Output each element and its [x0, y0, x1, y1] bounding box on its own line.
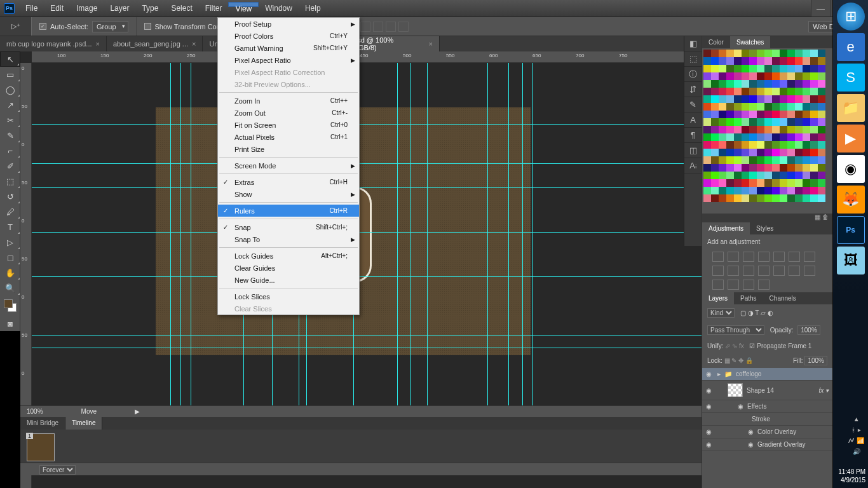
tool-7[interactable]: ✐ [0, 158, 20, 173]
panel-tab[interactable]: Paths [734, 292, 763, 304]
layer-row[interactable]: ◉◉Effects [702, 400, 832, 413]
tool-11[interactable]: T [0, 219, 20, 234]
taskbar-explorer[interactable]: 📁 [837, 94, 865, 122]
menu-file[interactable]: File [19, 2, 44, 6]
panel-tab[interactable]: Swatches [730, 36, 770, 48]
tab-close-icon[interactable]: × [428, 40, 432, 48]
ruler-horizontal[interactable]: 1001502002503003504004505005506006507007… [32, 51, 702, 63]
visibility-icon[interactable]: ◉ [706, 387, 714, 394]
visibility-icon[interactable]: ◉ [706, 441, 714, 448]
show-transform-checkbox[interactable] [144, 23, 151, 30]
swatches-panel[interactable] [702, 48, 832, 214]
menu-item[interactable]: Show▶ [218, 188, 359, 200]
menu-item[interactable]: Gamut WarningShift+Ctrl+Y [218, 42, 359, 54]
menu-item[interactable]: Proof ColorsCtrl+Y [218, 30, 359, 42]
timeline-frame[interactable] [27, 433, 55, 461]
visibility-icon[interactable]: ◉ [706, 403, 714, 410]
panel-tab[interactable]: Adjustments [702, 222, 750, 234]
panel-tab[interactable]: Layers [702, 292, 734, 304]
tab-close-icon[interactable]: × [96, 40, 100, 48]
menu-filter[interactable]: Filter [199, 2, 229, 6]
document-tab[interactable]: mb cup logo mayank .psd...× [0, 36, 107, 51]
menu-type[interactable]: Type [135, 2, 165, 6]
panel-icon[interactable]: ◧ [684, 36, 702, 51]
tool-0[interactable]: ↖ [0, 51, 20, 67]
menu-item[interactable]: Pixel Aspect Ratio▶ [218, 54, 359, 66]
menu-layer[interactable]: Layer [104, 2, 135, 6]
panel-icon[interactable]: ✎ [684, 97, 702, 112]
menu-help[interactable]: Help [299, 2, 327, 6]
taskbar-photoshop[interactable]: Ps [837, 216, 865, 244]
status-arrow-icon[interactable]: ▶ [135, 408, 140, 415]
tool-13[interactable]: ◻ [0, 250, 20, 265]
minimize-button[interactable]: — [811, 0, 830, 17]
menu-item[interactable]: Snap To▶ [218, 233, 359, 245]
menu-item[interactable]: Lock GuidesAlt+Ctrl+; [218, 250, 359, 262]
tool-5[interactable]: ✎ [0, 128, 20, 143]
menu-item[interactable]: Zoom InCtrl++ [218, 95, 359, 107]
menu-item[interactable]: Print Size [218, 143, 359, 155]
visibility-icon[interactable]: ◉ [706, 370, 714, 377]
tool-6[interactable]: ⌐ [0, 143, 20, 158]
layers-filter-row[interactable]: Kind ▢ ◑ T ▱ ◐ [702, 304, 832, 322]
collapsed-panels[interactable]: ◧ ⬚ ⓘ ⇵ ✎ A ¶ ◫ Aᵢ [684, 36, 702, 246]
tab-close-icon[interactable]: × [192, 40, 196, 48]
menu-item[interactable]: ✓RulersCtrl+R [218, 205, 359, 217]
tool-3[interactable]: ↗ [0, 97, 20, 112]
menu-item[interactable]: New Guide... [218, 274, 359, 286]
menu-item[interactable]: Proof Setup▶ [218, 18, 359, 30]
menu-item[interactable]: ✓ExtrasCtrl+H [218, 176, 359, 188]
visibility-icon[interactable]: ◉ [706, 428, 714, 435]
swatches-footer[interactable]: ▦ 🗑 [702, 214, 832, 222]
opacity-value[interactable]: 100% [797, 325, 820, 335]
tool-8[interactable]: ⬚ [0, 173, 20, 189]
layer-row[interactable]: ◉Shape 14fx ▾ [702, 381, 832, 400]
tool-preset-button[interactable]: ▷⁺ [0, 17, 32, 36]
panel-tab[interactable]: Mini Bridge [20, 417, 65, 430]
menu-select[interactable]: Select [165, 2, 198, 6]
start-button[interactable]: ⊞ [837, 3, 865, 30]
auto-select-mode[interactable]: Group [92, 21, 128, 32]
clock[interactable]: 11:48 PM4/9/2015 [838, 468, 865, 484]
document-tab[interactable]: about_sean_geng.jpg ...× [107, 36, 203, 51]
blend-mode[interactable]: Pass Through [707, 325, 764, 335]
layer-list[interactable]: ◉▸📁coffelogo◉Shape 14fx ▾◉◉EffectsStroke… [702, 368, 832, 451]
panel-icon[interactable]: A [684, 112, 702, 128]
layer-row[interactable]: ◉▸📁coffelogo [702, 368, 832, 381]
menu-item[interactable]: ✓SnapShift+Ctrl+; [218, 221, 359, 233]
taskbar-media[interactable]: ▶ [837, 125, 865, 152]
taskbar-ie[interactable]: e [837, 33, 865, 61]
taskbar-skype[interactable]: S [837, 64, 865, 92]
panel-tab[interactable]: Color [702, 36, 730, 48]
menu-item[interactable]: Screen Mode▶ [218, 159, 359, 172]
menu-item[interactable]: Clear Guides [218, 262, 359, 274]
tool-9[interactable]: ↺ [0, 189, 20, 204]
panel-icon[interactable]: ¶ [684, 128, 702, 143]
layer-filter[interactable]: Kind [707, 308, 735, 318]
taskbar-firefox[interactable]: 🦊 [837, 186, 865, 214]
menu-item[interactable]: Zoom OutCtrl+- [218, 107, 359, 119]
panel-tab[interactable]: Styles [750, 222, 780, 234]
adjustment-presets[interactable] [702, 249, 832, 292]
menu-image[interactable]: Image [70, 2, 104, 6]
loop-selector[interactable]: Forever [39, 465, 76, 475]
menu-window[interactable]: Window [259, 2, 299, 6]
tool-1[interactable]: ▭ [0, 67, 20, 82]
layer-row[interactable]: ◉◉Color Overlay [702, 426, 832, 438]
tool-12[interactable]: ▷ [0, 234, 20, 250]
quickmask-button[interactable]: ◙ [0, 316, 20, 331]
taskbar-chrome[interactable]: ◉ [837, 155, 865, 183]
panel-tab[interactable]: Timeline [65, 417, 102, 430]
auto-select-checkbox[interactable]: ✓ [39, 23, 46, 30]
fill-value[interactable]: 100% [804, 356, 827, 365]
panel-icon[interactable]: ⬚ [684, 51, 702, 67]
canvas-viewport[interactable] [32, 63, 702, 405]
panel-tab[interactable]: Channels [763, 292, 803, 304]
panel-icon[interactable]: Aᵢ [684, 158, 702, 173]
menu-edit[interactable]: Edit [44, 2, 70, 6]
layer-row[interactable]: Stroke [702, 413, 832, 426]
tool-10[interactable]: 🖊 [0, 204, 20, 219]
panel-icon[interactable]: ⓘ [684, 67, 702, 82]
color-swatch[interactable] [4, 299, 17, 312]
menu-item[interactable]: Lock Slices [218, 290, 359, 302]
